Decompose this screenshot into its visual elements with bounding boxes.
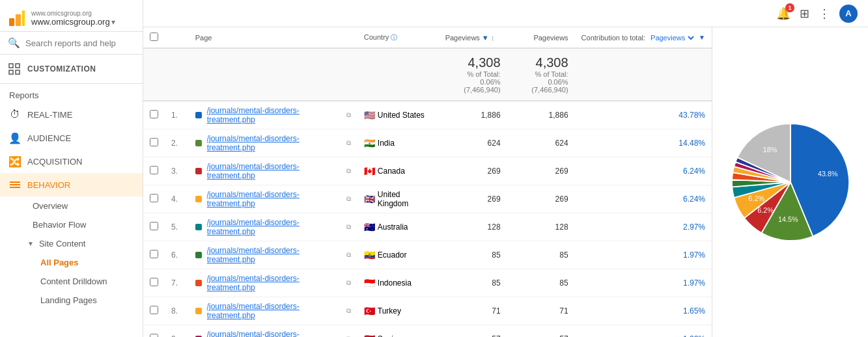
customization-nav-item[interactable]: CUSTOMIZATION bbox=[0, 55, 143, 84]
behavior-label: BEHAVIOR bbox=[27, 180, 70, 190]
row-num: 7. bbox=[165, 269, 189, 297]
nav-item-behavior[interactable]: BEHAVIOR bbox=[0, 173, 143, 196]
row-page-link[interactable]: /journals/mental-disorders-treatment.php bbox=[207, 218, 344, 236]
contribution-select[interactable]: Pageviews bbox=[648, 33, 696, 42]
row-select-checkbox[interactable] bbox=[150, 250, 158, 258]
row-select-checkbox[interactable] bbox=[150, 306, 158, 314]
row-num: 1. bbox=[165, 101, 189, 129]
row-flag: 🇬🇧 bbox=[364, 194, 375, 204]
pie-label-3: 6.2% bbox=[748, 195, 764, 202]
site-content-expand-icon: ▼ bbox=[27, 240, 34, 247]
url-arrow[interactable]: ▾ bbox=[111, 18, 115, 27]
reports-label: Reports bbox=[0, 84, 143, 103]
row-page-link[interactable]: /journals/mental-disorders-treatment.php bbox=[207, 190, 344, 208]
row-num: 8. bbox=[165, 297, 189, 325]
row-country: 🇪🇸 Spain bbox=[357, 325, 439, 338]
apps-button[interactable]: ⊞ bbox=[800, 7, 809, 21]
row-select-checkbox[interactable] bbox=[150, 194, 158, 202]
svg-rect-0 bbox=[9, 18, 14, 26]
svg-rect-5 bbox=[9, 70, 13, 74]
country-info-icon: ⓘ bbox=[391, 34, 397, 41]
svg-rect-3 bbox=[9, 64, 13, 68]
logo-row: www.omicsgroup.org www.omicsgroup.org ▾ bbox=[8, 5, 135, 29]
row-country: 🇮🇩 Indonesia bbox=[357, 269, 439, 297]
site-content-header[interactable]: ▼ Site Content bbox=[0, 234, 143, 253]
external-link-icon: ⧉ bbox=[346, 111, 351, 119]
nav-item-realtime[interactable]: ⏱ REAL-TIME bbox=[0, 103, 143, 126]
row-page-link[interactable]: /journals/mental-disorders-treatment.php bbox=[207, 274, 344, 292]
row-checkbox bbox=[143, 241, 165, 269]
notification-button[interactable]: 🔔 1 bbox=[776, 7, 791, 21]
notification-badge: 1 bbox=[785, 3, 794, 12]
row-flag: 🇮🇩 bbox=[364, 278, 375, 288]
th-contribution: Contribution to total: Pageviews ▼ bbox=[575, 27, 712, 48]
subnav-overview[interactable]: Overview bbox=[27, 196, 143, 215]
row-flag: 🇪🇨 bbox=[364, 250, 375, 260]
row-select-checkbox[interactable] bbox=[150, 222, 158, 230]
external-link-icon: ⧉ bbox=[346, 139, 351, 147]
avatar[interactable]: A bbox=[839, 5, 858, 23]
row-checkbox bbox=[143, 157, 165, 185]
nav-item-acquisition[interactable]: 🔀 ACQUISITION bbox=[0, 150, 143, 173]
select-all-checkbox[interactable] bbox=[150, 33, 158, 41]
acquisition-label: ACQUISITION bbox=[27, 157, 83, 167]
row-pv1: 71 bbox=[439, 297, 507, 325]
table-row: 8. /journals/mental-disorders-treatment.… bbox=[143, 297, 712, 325]
subnav-landing-pages[interactable]: Landing Pages bbox=[35, 291, 143, 310]
sort-up-icon[interactable]: ↕ bbox=[491, 34, 495, 42]
pie-label-10: 18% bbox=[763, 146, 777, 154]
row-pv2: 1,886 bbox=[507, 101, 575, 129]
th-checkbox bbox=[143, 27, 165, 48]
row-color-dot bbox=[195, 280, 202, 286]
row-select-checkbox[interactable] bbox=[150, 138, 158, 146]
nav-item-audience[interactable]: 👤 AUDIENCE bbox=[0, 126, 143, 150]
external-link-icon: ⧉ bbox=[346, 307, 351, 315]
row-pv1: 57 bbox=[439, 325, 507, 338]
summary-country bbox=[357, 48, 439, 101]
row-select-checkbox[interactable] bbox=[150, 166, 158, 174]
row-color-dot bbox=[195, 252, 202, 258]
subnav-content-drilldown[interactable]: Content Drilldown bbox=[35, 272, 143, 291]
row-page: /journals/mental-disorders-treatment.php… bbox=[189, 157, 357, 185]
row-flag: 🇪🇸 bbox=[364, 334, 375, 337]
sidebar-header: www.omicsgroup.org www.omicsgroup.org ▾ bbox=[0, 0, 143, 32]
row-checkbox bbox=[143, 213, 165, 241]
row-pv2: 85 bbox=[507, 241, 575, 269]
external-link-icon: ⧉ bbox=[346, 223, 351, 231]
row-checkbox bbox=[143, 297, 165, 325]
row-pv1: 85 bbox=[439, 241, 507, 269]
row-page-link[interactable]: /journals/mental-disorders-treatment.php bbox=[207, 246, 344, 264]
row-page-link[interactable]: /journals/mental-disorders-treatment.php bbox=[207, 134, 344, 152]
row-flag: 🇦🇺 bbox=[364, 222, 375, 232]
row-pct: 6.24% bbox=[575, 157, 712, 185]
row-num: 9. bbox=[165, 325, 189, 338]
row-pct: 1.65% bbox=[575, 297, 712, 325]
row-color-dot bbox=[195, 224, 202, 230]
th-pageviews2: Pageviews bbox=[507, 27, 575, 48]
row-page-link[interactable]: /journals/mental-disorders-treatment.php bbox=[207, 162, 344, 180]
row-flag: 🇮🇳 bbox=[364, 138, 375, 148]
row-select-checkbox[interactable] bbox=[150, 334, 158, 337]
external-link-icon: ⧉ bbox=[346, 195, 351, 203]
subnav-behavior-flow[interactable]: Behavior Flow bbox=[27, 215, 143, 234]
row-flag: 🇨🇦 bbox=[364, 166, 375, 176]
row-page-link[interactable]: /journals/mental-disorders-treatment.php bbox=[207, 106, 344, 124]
row-pv2: 71 bbox=[507, 297, 575, 325]
more-options-button[interactable]: ⋮ bbox=[819, 7, 830, 21]
row-color-dot bbox=[195, 196, 202, 202]
search-input[interactable] bbox=[25, 38, 135, 48]
row-color-dot bbox=[195, 140, 202, 146]
row-page-link[interactable]: /journals/mental-disorders-treatment.php bbox=[207, 302, 344, 320]
row-select-checkbox[interactable] bbox=[150, 110, 158, 118]
subnav-all-pages[interactable]: All Pages bbox=[35, 253, 143, 272]
row-page-link[interactable]: /journals/mental-disorders-treatment.php bbox=[207, 330, 344, 337]
row-country-name: Canada bbox=[378, 167, 405, 176]
site-info: www.omicsgroup.org www.omicsgroup.org ▾ bbox=[31, 10, 115, 27]
summary-checkbox bbox=[143, 48, 165, 101]
svg-rect-6 bbox=[16, 70, 20, 74]
audience-label: AUDIENCE bbox=[27, 133, 71, 143]
row-select-checkbox[interactable] bbox=[150, 278, 158, 286]
row-page: /journals/mental-disorders-treatment.php… bbox=[189, 241, 357, 269]
table-row: 9. /journals/mental-disorders-treatment.… bbox=[143, 325, 712, 338]
sort-down-icon[interactable]: ▼ bbox=[482, 34, 489, 42]
